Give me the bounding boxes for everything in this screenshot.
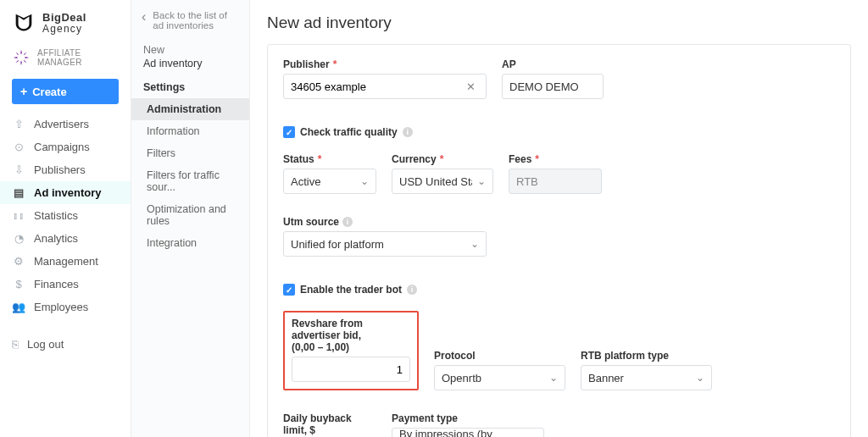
sidebar-item-finances[interactable]: $Finances (0, 273, 131, 296)
status-select[interactable]: Active⌄ (283, 169, 376, 194)
breadcrumb-new: New (131, 42, 249, 58)
currency-select[interactable]: USD United State...⌄ (392, 169, 493, 194)
field-ap: AP DEMO DEMO (502, 58, 604, 99)
clear-icon[interactable]: ✕ (463, 80, 479, 93)
field-protocol: Protocol Openrtb⌄ (434, 350, 565, 390)
sidebar-item-management[interactable]: ⚙Management (0, 250, 131, 273)
ap-input[interactable]: DEMO DEMO (502, 74, 604, 99)
analytics-icon: ◔ (12, 232, 25, 245)
logout-icon: ⎘ (12, 338, 19, 351)
role-row: AFFILIATE MANAGER (0, 41, 131, 75)
chevron-down-icon: ⌄ (470, 238, 479, 250)
field-publisher: Publisher * ✕ (283, 58, 487, 99)
stats-icon: ⫾⫾ (12, 209, 25, 222)
publisher-input[interactable]: ✕ (283, 74, 487, 99)
field-fees: Fees * RTB (509, 153, 602, 194)
logout-button[interactable]: ⎘ Log out (0, 333, 131, 356)
create-button[interactable]: + Create (12, 79, 119, 104)
sidebar-item-statistics[interactable]: ⫾⫾Statistics (0, 204, 131, 227)
checkbox-checked-icon: ✓ (283, 126, 295, 138)
info-icon[interactable]: i (407, 285, 417, 295)
svg-marker-7 (24, 60, 27, 64)
chevron-down-icon: ⌄ (477, 175, 486, 187)
svg-marker-5 (24, 53, 27, 56)
revshare-input[interactable] (292, 357, 410, 382)
brand-sub: Agency (42, 24, 86, 35)
svg-marker-0 (20, 50, 22, 55)
field-utm: Utm source i Unified for platform⌄ (283, 216, 487, 257)
back-link[interactable]: ‹ Back to the list of ad inventories (131, 5, 249, 42)
target-icon: ⊙ (12, 141, 25, 153)
chevron-down-icon: ⌄ (549, 372, 558, 384)
field-payment: Payment type By impressions (by default)… (392, 412, 544, 437)
role-label: AFFILIATE MANAGER (37, 48, 119, 67)
brand-logo: BigDeal Agency (0, 0, 131, 41)
brand-name: BigDeal (42, 12, 86, 24)
field-currency: Currency * USD United State...⌄ (392, 153, 493, 194)
main-sidebar: BigDeal Agency AFFILIATE MANAGER + Creat… (0, 0, 131, 437)
users-icon: 👥 (12, 301, 25, 313)
gear-icon: ⚙ (12, 255, 25, 268)
fees-input: RTB (509, 169, 602, 194)
checkbox-checked-icon: ✓ (283, 284, 295, 296)
page-title: New ad inventory (267, 14, 851, 32)
sidebar-item-analytics[interactable]: ◔Analytics (0, 227, 131, 250)
subnav-information[interactable]: Information (131, 120, 249, 142)
create-label: Create (32, 86, 66, 98)
sidebar-item-advertisers[interactable]: ⇧Advertisers (0, 113, 131, 136)
info-icon[interactable]: i (342, 217, 353, 227)
subnav-filters-traffic[interactable]: Filters for traffic sour... (131, 164, 249, 198)
rtb-type-select[interactable]: Banner⌄ (581, 365, 712, 390)
chevron-down-icon: ⌄ (696, 372, 704, 384)
field-rtb-type: RTB platform type Banner⌄ (581, 350, 712, 390)
sidebar-item-publishers[interactable]: ⇩Publishers (0, 158, 131, 181)
svg-marker-4 (16, 53, 19, 56)
upload-icon: ⇧ (12, 118, 25, 130)
utm-select[interactable]: Unified for platform⌄ (283, 231, 487, 257)
main-content: New ad inventory Publisher * ✕ AP DEMO D… (250, 0, 868, 437)
enable-trader-row[interactable]: ✓ Enable the trader bot i (283, 279, 835, 301)
inventory-icon: ▤ (12, 186, 25, 199)
protocol-select[interactable]: Openrtb⌄ (434, 365, 565, 390)
subnav-administration[interactable]: Administration (131, 98, 249, 120)
dollar-icon: $ (12, 278, 25, 290)
check-traffic-row[interactable]: ✓ Check traffic quality i (283, 121, 835, 143)
field-daily: Daily buyback limit, $ (283, 412, 376, 437)
subnav-filters[interactable]: Filters (131, 142, 249, 164)
subnav-optimization[interactable]: Optimization and rules (131, 198, 249, 232)
sidebar-item-employees[interactable]: 👥Employees (0, 296, 131, 318)
revshare-highlight: Revshare from advertiser bid, (0,00 – 1,… (283, 311, 419, 390)
sidebar-item-campaigns[interactable]: ⊙Campaigns (0, 136, 131, 158)
chevron-down-icon: ⌄ (360, 175, 369, 187)
secondary-sidebar: ‹ Back to the list of ad inventories New… (131, 0, 250, 437)
svg-marker-1 (20, 61, 22, 66)
breadcrumb-sub: Ad inventory (131, 58, 249, 75)
download-icon: ⇩ (12, 163, 25, 176)
payment-select[interactable]: By impressions (by default)⌄ (392, 428, 544, 437)
affiliate-icon (12, 48, 31, 67)
logo-icon (12, 10, 36, 36)
chevron-left-icon: ‹ (142, 10, 146, 24)
sidebar-item-ad-inventory[interactable]: ▤Ad inventory (0, 181, 131, 204)
settings-heading: Settings (131, 75, 249, 97)
field-status: Status * Active⌄ (283, 153, 376, 194)
plus-icon: + (20, 85, 27, 98)
svg-marker-3 (25, 57, 29, 58)
svg-marker-6 (16, 60, 19, 64)
svg-marker-2 (14, 57, 19, 58)
info-icon[interactable]: i (403, 127, 413, 137)
field-revshare: Revshare from advertiser bid, (0,00 – 1,… (292, 318, 410, 382)
form-panel: Publisher * ✕ AP DEMO DEMO ✓ Check traff… (267, 44, 851, 437)
subnav-integration[interactable]: Integration (131, 232, 249, 254)
